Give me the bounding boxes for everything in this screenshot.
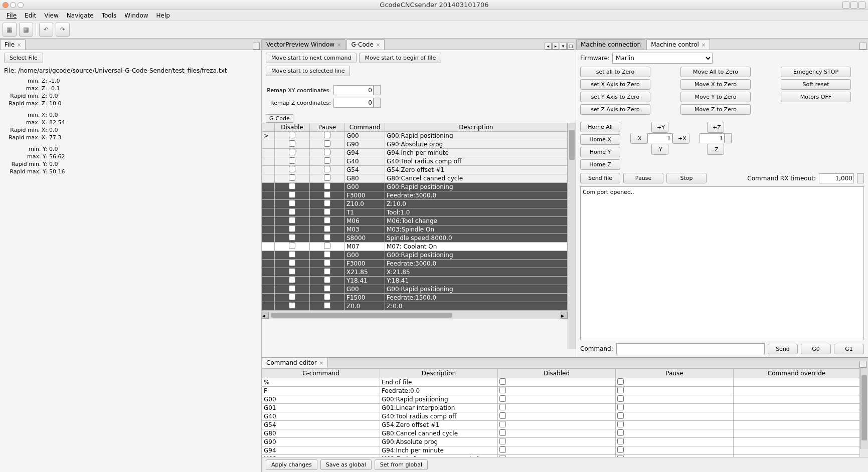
pause-checkbox[interactable] — [324, 140, 330, 147]
tab-machine-control[interactable]: Machine control× — [646, 39, 710, 50]
pause-checkbox[interactable] — [324, 200, 330, 206]
tab-gcode[interactable]: G-Code× — [346, 39, 385, 50]
disable-checkbox[interactable] — [289, 149, 295, 155]
g0-button[interactable]: G0 — [801, 344, 831, 354]
window-close-icon[interactable] — [858, 2, 865, 9]
motors-off-button[interactable]: Motors OFF — [781, 92, 851, 102]
disable-checkbox[interactable] — [289, 157, 295, 164]
command-input[interactable] — [616, 343, 765, 354]
menu-window[interactable]: Window — [120, 11, 152, 20]
save-icon[interactable]: ▦ — [3, 23, 17, 37]
minimize-pane-icon[interactable] — [859, 43, 866, 50]
disable-checkbox[interactable] — [289, 166, 295, 172]
pause-checkbox[interactable] — [324, 251, 330, 258]
table-row[interactable]: G90 G90:Absolute prog — [262, 438, 860, 446]
disabled-checkbox[interactable] — [499, 412, 506, 419]
table-row[interactable]: Z10.0 Z:10.0 — [262, 200, 568, 208]
pause-button[interactable]: Pause — [623, 173, 663, 183]
pause-checkbox[interactable] — [324, 294, 330, 300]
send-button[interactable]: Send — [768, 344, 798, 354]
table-row[interactable]: F3000 Feedrate:3000.0 — [262, 260, 568, 268]
pause-checkbox[interactable] — [324, 157, 330, 164]
redo-icon[interactable]: ↷ — [56, 23, 70, 37]
g1-button[interactable]: G1 — [834, 344, 864, 354]
override-cell[interactable] — [734, 412, 860, 421]
table-row[interactable]: G40 G40:Tool radius comp off — [262, 157, 568, 166]
disabled-checkbox[interactable] — [499, 421, 506, 427]
spinner-icon[interactable] — [374, 85, 381, 95]
table-row[interactable]: G01 G01:Linear interpolation — [262, 404, 860, 412]
pause-checkbox[interactable] — [617, 446, 624, 453]
jog-minus-z-button[interactable]: -Z — [707, 144, 724, 155]
pause-checkbox[interactable] — [324, 302, 330, 309]
move-all-zero-button[interactable]: Move All to Zero — [680, 67, 751, 77]
window-close-btn[interactable] — [3, 2, 9, 8]
tab-nav-max-icon[interactable]: □ — [567, 43, 574, 50]
pause-checkbox[interactable] — [617, 421, 624, 427]
set-y-zero-button[interactable]: set Y Axis to Zero — [580, 92, 650, 102]
spinner-icon[interactable] — [725, 133, 732, 143]
menu-file[interactable]: File — [3, 11, 21, 20]
disabled-checkbox[interactable] — [499, 387, 506, 393]
pause-checkbox[interactable] — [324, 174, 330, 181]
table-row[interactable]: G54 G54:Zero offset #1 — [262, 166, 568, 174]
table-row[interactable]: Z0.0 Z:0.0 — [262, 302, 568, 311]
table-row[interactable]: G94 G94:Inch per minute — [262, 149, 568, 157]
move-start-begin-button[interactable]: Move start to begin of file — [359, 53, 441, 63]
tab-vectorpreview[interactable]: VectorPreview Window× — [262, 39, 345, 50]
table-row[interactable]: > G00 G00:Rapid positioning — [262, 132, 568, 140]
disable-checkbox[interactable] — [289, 251, 295, 258]
cmdedit-vscroll[interactable] — [860, 368, 868, 449]
jog-plus-x-button[interactable]: +X — [672, 133, 689, 144]
disabled-checkbox[interactable] — [499, 455, 506, 457]
undo-icon[interactable]: ↶ — [39, 23, 53, 37]
override-cell[interactable] — [734, 421, 860, 429]
override-cell[interactable] — [734, 455, 860, 457]
disabled-checkbox[interactable] — [499, 438, 506, 444]
table-row[interactable]: T1 Tool:1.0 — [262, 208, 568, 217]
set-all-zero-button[interactable]: set all to Zero — [580, 67, 650, 77]
set-global-button[interactable]: Set from global — [375, 459, 428, 470]
table-row[interactable]: G80 G80:Cancel canned cycle — [262, 429, 860, 438]
move-start-next-button[interactable]: Move start to next command — [266, 53, 357, 63]
table-row[interactable]: G00 G00:Rapid positioning — [262, 251, 568, 260]
menu-view[interactable]: View — [40, 11, 62, 20]
move-x-zero-button[interactable]: Move X to Zero — [680, 79, 751, 90]
disable-checkbox[interactable] — [289, 225, 295, 232]
jog-plus-z-button[interactable]: +Z — [707, 122, 724, 133]
pause-checkbox[interactable] — [324, 260, 330, 266]
gcode-vscroll[interactable] — [568, 123, 576, 349]
table-row[interactable]: S8000 Spindle speed:8000.0 — [262, 234, 568, 243]
disable-checkbox[interactable] — [289, 260, 295, 266]
home-x-button[interactable]: Home X — [580, 134, 620, 145]
disable-checkbox[interactable] — [289, 234, 295, 241]
jog-plus-y-button[interactable]: +Y — [651, 122, 668, 133]
menu-tools[interactable]: Tools — [98, 11, 121, 20]
pause-checkbox[interactable] — [617, 378, 624, 385]
pause-checkbox[interactable] — [324, 225, 330, 232]
disable-checkbox[interactable] — [289, 208, 295, 215]
table-row[interactable]: G00 G00:Rapid positioning — [262, 395, 860, 404]
set-z-zero-button[interactable]: set Z Axis to Zero — [580, 104, 650, 115]
table-row[interactable]: G00 G00:Rapid positioning — [262, 183, 568, 191]
pause-checkbox[interactable] — [617, 455, 624, 457]
move-z-zero-button[interactable]: Move Z to Zero — [680, 104, 751, 115]
home-all-button[interactable]: Home All — [580, 122, 620, 132]
pause-checkbox[interactable] — [324, 191, 330, 198]
send-file-button[interactable]: Send file — [580, 173, 620, 183]
disable-checkbox[interactable] — [289, 132, 295, 138]
jog-z-input[interactable] — [700, 133, 725, 143]
override-cell[interactable] — [734, 438, 860, 446]
pause-checkbox[interactable] — [617, 438, 624, 444]
firmware-select[interactable]: Marlin — [612, 53, 713, 64]
pause-checkbox[interactable] — [324, 234, 330, 241]
disable-checkbox[interactable] — [289, 140, 295, 147]
spinner-icon[interactable] — [374, 98, 381, 108]
disabled-checkbox[interactable] — [499, 429, 506, 436]
pause-checkbox[interactable] — [324, 217, 330, 223]
close-icon[interactable]: × — [319, 360, 323, 366]
jog-minus-x-button[interactable]: -X — [630, 133, 647, 144]
rx-timeout-input[interactable] — [819, 173, 854, 183]
home-z-button[interactable]: Home Z — [580, 159, 620, 170]
stop-button[interactable]: Stop — [666, 173, 707, 183]
